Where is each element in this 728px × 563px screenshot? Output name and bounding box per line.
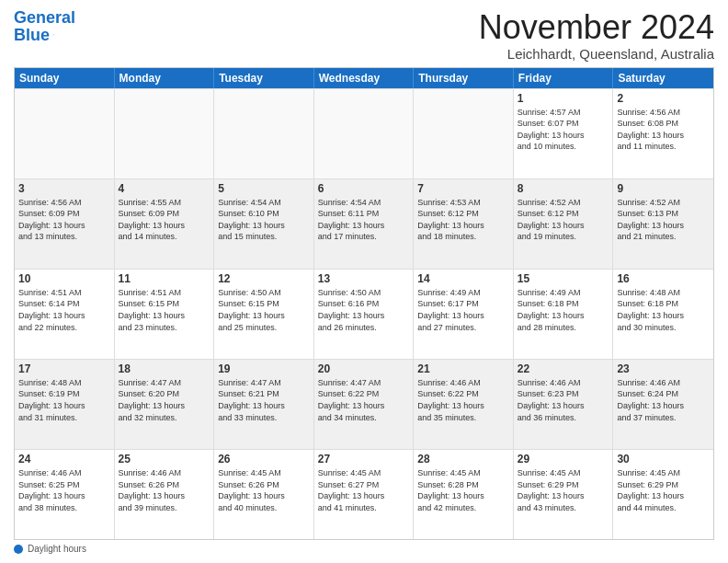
day-info: Sunrise: 4:47 AM Sunset: 6:20 PM Dayligh… — [119, 377, 210, 423]
location: Leichhardt, Queensland, Australia — [479, 46, 714, 62]
day-info: Sunrise: 4:51 AM Sunset: 6:15 PM Dayligh… — [119, 287, 210, 333]
day-number: 26 — [218, 453, 310, 465]
cal-cell: 28Sunrise: 4:45 AM Sunset: 6:28 PM Dayli… — [414, 450, 514, 539]
cal-cell: 15Sunrise: 4:49 AM Sunset: 6:18 PM Dayli… — [514, 270, 614, 359]
day-info: Sunrise: 4:48 AM Sunset: 6:18 PM Dayligh… — [617, 287, 710, 333]
day-number: 7 — [417, 182, 509, 195]
page: General Blue November 2024 Leichhardt, Q… — [0, 0, 728, 563]
day-info: Sunrise: 4:53 AM Sunset: 6:12 PM Dayligh… — [417, 197, 509, 243]
cal-cell: 18Sunrise: 4:47 AM Sunset: 6:20 PM Dayli… — [115, 360, 215, 449]
cal-week-5: 24Sunrise: 4:46 AM Sunset: 6:25 PM Dayli… — [15, 449, 713, 539]
cal-cell: 6Sunrise: 4:54 AM Sunset: 6:11 PM Daylig… — [314, 179, 415, 269]
day-number: 5 — [218, 182, 310, 195]
day-info: Sunrise: 4:50 AM Sunset: 6:16 PM Dayligh… — [318, 287, 410, 333]
cal-cell: 20Sunrise: 4:47 AM Sunset: 6:22 PM Dayli… — [314, 360, 415, 449]
footer: Daylight hours — [14, 544, 714, 554]
cal-cell: 8Sunrise: 4:52 AM Sunset: 6:12 PM Daylig… — [514, 179, 614, 269]
day-number: 29 — [518, 453, 609, 465]
cal-week-4: 17Sunrise: 4:48 AM Sunset: 6:19 PM Dayli… — [15, 359, 713, 449]
day-number: 28 — [417, 453, 509, 465]
cal-cell: 30Sunrise: 4:45 AM Sunset: 6:29 PM Dayli… — [613, 450, 713, 539]
cal-cell — [214, 89, 314, 178]
cal-cell: 7Sunrise: 4:53 AM Sunset: 6:12 PM Daylig… — [414, 179, 514, 269]
day-info: Sunrise: 4:45 AM Sunset: 6:28 PM Dayligh… — [417, 467, 509, 513]
title-block: November 2024 Leichhardt, Queensland, Au… — [479, 9, 714, 62]
day-info: Sunrise: 4:51 AM Sunset: 6:14 PM Dayligh… — [18, 287, 110, 333]
cal-cell: 12Sunrise: 4:50 AM Sunset: 6:15 PM Dayli… — [214, 270, 314, 359]
logo-bird-icon — [52, 28, 54, 42]
day-number: 14 — [417, 272, 509, 285]
day-info: Sunrise: 4:55 AM Sunset: 6:09 PM Dayligh… — [119, 197, 210, 243]
cal-week-2: 3Sunrise: 4:56 AM Sunset: 6:09 PM Daylig… — [15, 178, 713, 269]
cal-cell: 10Sunrise: 4:51 AM Sunset: 6:14 PM Dayli… — [15, 270, 115, 359]
day-number: 25 — [119, 453, 210, 465]
day-info: Sunrise: 4:46 AM Sunset: 6:26 PM Dayligh… — [119, 467, 210, 513]
day-number: 11 — [119, 272, 210, 285]
day-info: Sunrise: 4:52 AM Sunset: 6:12 PM Dayligh… — [518, 197, 609, 243]
day-number: 22 — [518, 362, 609, 375]
logo-general: General — [14, 8, 75, 27]
day-info: Sunrise: 4:49 AM Sunset: 6:18 PM Dayligh… — [518, 287, 609, 333]
cal-cell — [15, 89, 115, 178]
day-info: Sunrise: 4:48 AM Sunset: 6:19 PM Dayligh… — [18, 377, 110, 423]
day-info: Sunrise: 4:45 AM Sunset: 6:29 PM Dayligh… — [518, 467, 609, 513]
cal-cell: 2Sunrise: 4:56 AM Sunset: 6:08 PM Daylig… — [613, 89, 713, 178]
day-number: 13 — [318, 272, 410, 285]
day-info: Sunrise: 4:56 AM Sunset: 6:08 PM Dayligh… — [617, 107, 710, 153]
day-info: Sunrise: 4:54 AM Sunset: 6:10 PM Dayligh… — [218, 197, 310, 243]
cal-cell: 9Sunrise: 4:52 AM Sunset: 6:13 PM Daylig… — [613, 179, 713, 269]
cal-header-sunday: Sunday — [15, 68, 115, 88]
cal-cell: 22Sunrise: 4:46 AM Sunset: 6:23 PM Dayli… — [514, 360, 614, 449]
day-number: 27 — [318, 453, 410, 465]
day-number: 20 — [318, 362, 410, 375]
day-number: 23 — [617, 362, 710, 375]
day-number: 8 — [518, 182, 609, 195]
cal-header-tuesday: Tuesday — [214, 68, 314, 88]
day-info: Sunrise: 4:46 AM Sunset: 6:24 PM Dayligh… — [617, 377, 710, 423]
cal-header-thursday: Thursday — [414, 68, 514, 88]
cal-cell: 21Sunrise: 4:46 AM Sunset: 6:22 PM Dayli… — [414, 360, 514, 449]
cal-cell: 24Sunrise: 4:46 AM Sunset: 6:25 PM Dayli… — [15, 450, 115, 539]
day-number: 30 — [617, 453, 710, 465]
day-number: 15 — [518, 272, 609, 285]
day-number: 10 — [18, 272, 110, 285]
cal-cell: 3Sunrise: 4:56 AM Sunset: 6:09 PM Daylig… — [15, 179, 115, 269]
day-number: 2 — [617, 92, 710, 105]
day-info: Sunrise: 4:52 AM Sunset: 6:13 PM Dayligh… — [617, 197, 710, 243]
day-number: 12 — [218, 272, 310, 285]
cal-cell: 1Sunrise: 4:57 AM Sunset: 6:07 PM Daylig… — [514, 89, 614, 178]
day-info: Sunrise: 4:49 AM Sunset: 6:17 PM Dayligh… — [417, 287, 509, 333]
cal-header-saturday: Saturday — [613, 68, 713, 88]
footer-dot-icon — [14, 545, 23, 554]
day-number: 6 — [318, 182, 410, 195]
day-info: Sunrise: 4:46 AM Sunset: 6:22 PM Dayligh… — [417, 377, 509, 423]
logo: General Blue — [14, 9, 54, 44]
cal-header-wednesday: Wednesday — [314, 68, 415, 88]
cal-cell: 5Sunrise: 4:54 AM Sunset: 6:10 PM Daylig… — [214, 179, 314, 269]
day-info: Sunrise: 4:47 AM Sunset: 6:22 PM Dayligh… — [318, 377, 410, 423]
day-number: 17 — [18, 362, 110, 375]
day-info: Sunrise: 4:56 AM Sunset: 6:09 PM Dayligh… — [18, 197, 110, 243]
day-info: Sunrise: 4:57 AM Sunset: 6:07 PM Dayligh… — [518, 107, 609, 153]
logo-blue: Blue — [14, 27, 54, 44]
day-number: 19 — [218, 362, 310, 375]
cal-cell — [314, 89, 415, 178]
day-info: Sunrise: 4:46 AM Sunset: 6:25 PM Dayligh… — [18, 467, 110, 513]
day-number: 16 — [617, 272, 710, 285]
cal-week-3: 10Sunrise: 4:51 AM Sunset: 6:14 PM Dayli… — [15, 269, 713, 359]
day-number: 21 — [417, 362, 509, 375]
cal-cell: 27Sunrise: 4:45 AM Sunset: 6:27 PM Dayli… — [314, 450, 415, 539]
day-number: 1 — [518, 92, 609, 105]
cal-cell: 16Sunrise: 4:48 AM Sunset: 6:18 PM Dayli… — [613, 270, 713, 359]
day-number: 9 — [617, 182, 710, 195]
cal-header-monday: Monday — [115, 68, 215, 88]
cal-cell: 25Sunrise: 4:46 AM Sunset: 6:26 PM Dayli… — [115, 450, 215, 539]
day-info: Sunrise: 4:45 AM Sunset: 6:27 PM Dayligh… — [318, 467, 410, 513]
cal-cell: 14Sunrise: 4:49 AM Sunset: 6:17 PM Dayli… — [414, 270, 514, 359]
header: General Blue November 2024 Leichhardt, Q… — [14, 9, 714, 62]
cal-cell: 26Sunrise: 4:45 AM Sunset: 6:26 PM Dayli… — [214, 450, 314, 539]
day-number: 24 — [18, 453, 110, 465]
cal-cell: 11Sunrise: 4:51 AM Sunset: 6:15 PM Dayli… — [115, 270, 215, 359]
calendar-body: 1Sunrise: 4:57 AM Sunset: 6:07 PM Daylig… — [15, 88, 713, 539]
day-info: Sunrise: 4:45 AM Sunset: 6:26 PM Dayligh… — [218, 467, 310, 513]
